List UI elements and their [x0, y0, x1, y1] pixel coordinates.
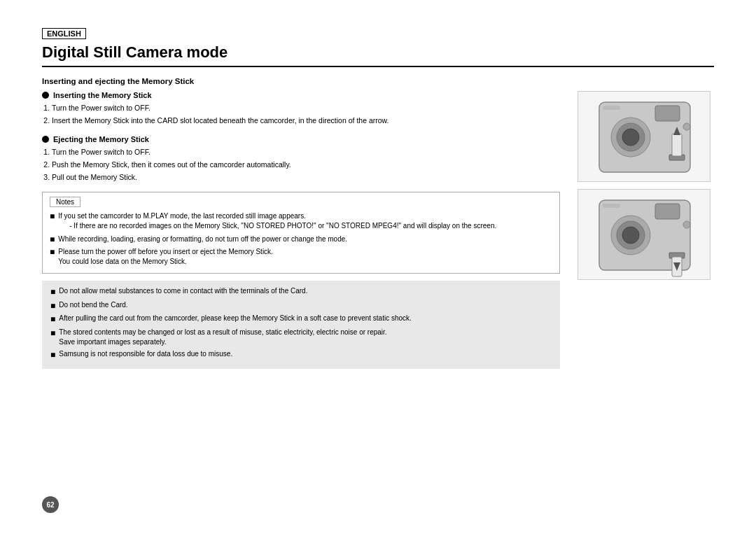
note-bullet-3: ■ — [50, 247, 55, 257]
note-item-3: ■ Please turn the power off before you i… — [50, 247, 552, 267]
svg-rect-6 — [672, 134, 682, 156]
svg-rect-20 — [603, 204, 620, 208]
section-title: Inserting and ejecting the Memory Stick — [42, 77, 714, 85]
shaded-note-1: ■ Do not allow metal substances to come … — [50, 286, 552, 298]
ejecting-step-3: Pull out the Memory Stick. — [52, 172, 560, 183]
svg-rect-4 — [655, 106, 680, 121]
note-item-2: ■ While recording, loading, erasing or f… — [50, 234, 552, 244]
notes-box: Notes ■ If you set the camcorder to M.PL… — [42, 192, 560, 273]
camera-insert-svg — [578, 92, 710, 182]
left-content: Inserting the Memory Stick Turn the Powe… — [42, 91, 560, 369]
bullet-circle-2 — [42, 136, 49, 143]
note-bullet-2: ■ — [50, 234, 55, 244]
note-sub-1: - If there are no recorded images on the… — [69, 221, 496, 231]
shaded-note-3: ■ After pulling the card out from the ca… — [50, 314, 552, 325]
shaded-note-5: ■ Samsung is not responsible for data lo… — [50, 349, 552, 361]
svg-rect-15 — [655, 204, 680, 219]
shaded-note-2: ■ Do not bend the Card. — [50, 300, 552, 312]
inserting-step-1: Turn the Power switch to OFF. — [52, 103, 560, 113]
ejecting-steps: Turn the Power switch to OFF. Push the M… — [42, 147, 560, 182]
ejecting-step-1: Turn the Power switch to OFF. — [52, 147, 560, 157]
page-container: ENGLISH Digital Still Camera mode Insert… — [0, 0, 756, 534]
note-bullet-1: ■ — [50, 211, 55, 221]
inserting-title: Inserting the Memory Stick — [42, 91, 560, 99]
inserting-steps: Turn the Power switch to OFF. Insert the… — [42, 103, 560, 125]
shaded-box: ■ Do not allow metal substances to come … — [42, 281, 560, 369]
inserting-step-2: Insert the Memory Stick into the CARD sl… — [52, 115, 560, 126]
svg-point-21 — [683, 221, 690, 228]
camera-image-insert — [578, 91, 710, 182]
svg-point-3 — [622, 129, 639, 146]
right-images — [574, 91, 714, 369]
camera-eject-svg — [578, 190, 710, 280]
svg-point-14 — [622, 227, 639, 244]
shaded-note-4: ■ The stored contents may be changed or … — [50, 328, 552, 347]
english-badge: ENGLISH — [42, 28, 86, 39]
page-title: Digital Still Camera mode — [42, 43, 714, 67]
ejecting-step-2: Push the Memory Stick, then it comes out… — [52, 160, 560, 170]
bullet-circle — [42, 92, 49, 99]
ejecting-title: Ejecting the Memory Stick — [42, 135, 560, 143]
camera-image-eject — [578, 189, 710, 280]
notes-label: Notes — [50, 197, 80, 207]
page-number: 62 — [42, 496, 59, 513]
svg-rect-9 — [603, 106, 620, 110]
note-item-1: ■ If you set the camcorder to M.PLAY mod… — [50, 211, 552, 232]
svg-point-10 — [683, 123, 690, 130]
content-area: Inserting the Memory Stick Turn the Powe… — [42, 91, 714, 369]
